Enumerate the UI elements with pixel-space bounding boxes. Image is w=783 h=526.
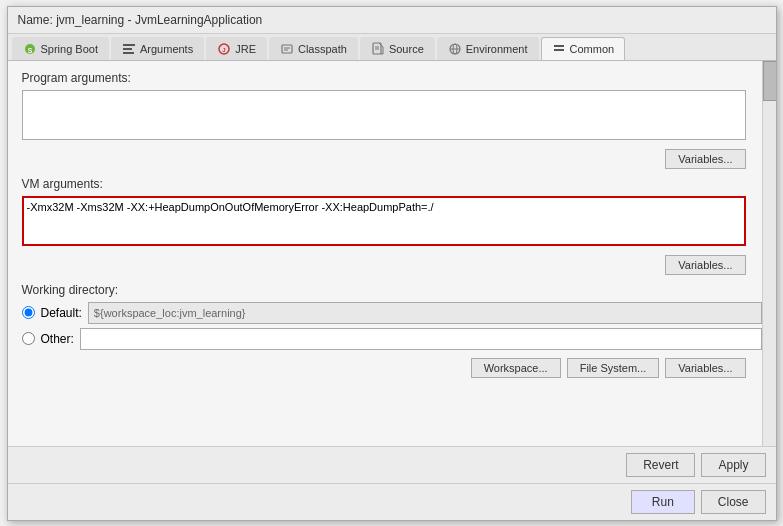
environment-icon [448, 42, 462, 56]
name-bar: Name: jvm_learning - JvmLearningApplicat… [8, 7, 776, 34]
tab-source[interactable]: Source [360, 37, 435, 60]
spring-boot-icon: S [23, 42, 37, 56]
tab-spring-boot-label: Spring Boot [41, 43, 98, 55]
classpath-icon [280, 42, 294, 56]
tab-classpath-label: Classpath [298, 43, 347, 55]
other-dir-input[interactable] [80, 328, 762, 350]
variables-btn-row-1: Variables... [22, 149, 762, 169]
vm-args-label: VM arguments: [22, 177, 762, 191]
tab-source-label: Source [389, 43, 424, 55]
default-dir-input[interactable] [88, 302, 762, 324]
working-dir-label: Working directory: [22, 283, 762, 297]
program-args-wrapper [22, 90, 762, 143]
other-radio-row: Other: [22, 328, 762, 350]
name-value: jvm_learning - JvmLearningApplication [56, 13, 262, 27]
svg-rect-7 [282, 45, 292, 53]
variables-btn-row-2: Variables... [22, 255, 762, 275]
tab-environment-label: Environment [466, 43, 528, 55]
jre-icon: J [217, 42, 231, 56]
tab-common[interactable]: Common [541, 37, 626, 60]
common-icon [552, 42, 566, 56]
tab-arguments-label: Arguments [140, 43, 193, 55]
scrollbar-thumb[interactable] [763, 61, 776, 101]
tab-spring-boot[interactable]: S Spring Boot [12, 37, 109, 60]
svg-text:J: J [223, 47, 226, 53]
program-args-label: Program arguments: [22, 71, 762, 85]
working-dir-section: Working directory: Default: Other: Works… [22, 283, 762, 378]
svg-rect-3 [123, 48, 132, 50]
source-icon [371, 42, 385, 56]
other-radio-label: Other: [41, 332, 74, 346]
name-label: Name: [18, 13, 53, 27]
svg-text:S: S [27, 46, 32, 53]
run-close-bar: Run Close [8, 483, 776, 520]
variables-button-1[interactable]: Variables... [665, 149, 745, 169]
default-radio-row: Default: [22, 302, 762, 324]
revert-button[interactable]: Revert [626, 453, 695, 477]
workspace-button[interactable]: Workspace... [471, 358, 561, 378]
tab-jre[interactable]: J JRE [206, 37, 267, 60]
svg-rect-2 [123, 44, 135, 46]
scrollbar-track[interactable] [762, 61, 776, 446]
default-radio[interactable] [22, 306, 35, 319]
tab-arguments[interactable]: Arguments [111, 37, 204, 60]
run-configuration-dialog: Name: jvm_learning - JvmLearningApplicat… [7, 6, 777, 521]
other-radio[interactable] [22, 332, 35, 345]
vm-args-wrapper [22, 196, 762, 249]
program-args-textarea[interactable] [22, 90, 746, 140]
svg-rect-16 [554, 45, 564, 47]
svg-rect-4 [123, 52, 134, 54]
default-radio-label: Default: [41, 306, 82, 320]
variables-button-2[interactable]: Variables... [665, 255, 745, 275]
close-button[interactable]: Close [701, 490, 766, 514]
main-content: Program arguments: Variables... VM argum… [8, 61, 776, 446]
action-bar: Revert Apply [8, 446, 776, 483]
run-button[interactable]: Run [631, 490, 695, 514]
svg-rect-17 [554, 49, 564, 51]
variables-button-3[interactable]: Variables... [665, 358, 745, 378]
working-dir-btn-row: Workspace... File System... Variables... [22, 358, 762, 378]
tab-jre-label: JRE [235, 43, 256, 55]
tab-environment[interactable]: Environment [437, 37, 539, 60]
tab-common-label: Common [570, 43, 615, 55]
arguments-icon [122, 42, 136, 56]
apply-button[interactable]: Apply [701, 453, 765, 477]
tabs-bar: S Spring Boot Arguments J JR [8, 34, 776, 61]
vm-args-textarea[interactable] [22, 196, 746, 246]
tab-classpath[interactable]: Classpath [269, 37, 358, 60]
filesystem-button[interactable]: File System... [567, 358, 660, 378]
